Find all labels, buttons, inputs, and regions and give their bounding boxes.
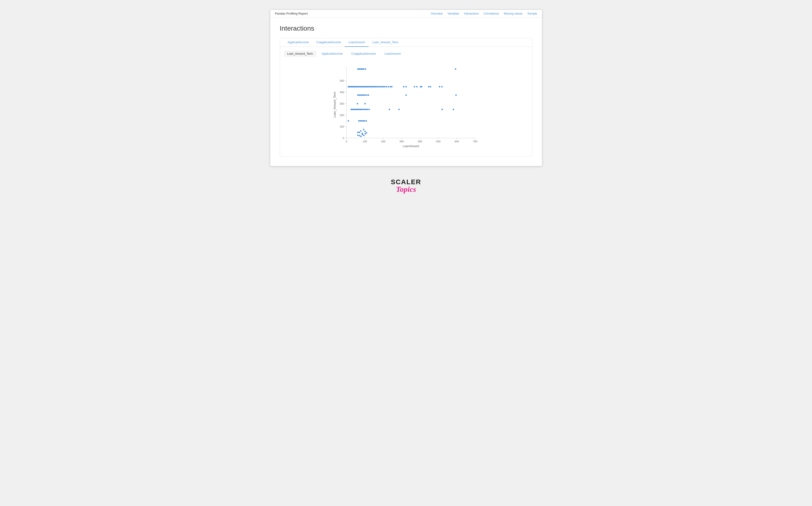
svg-point-89 [359,94,360,96]
svg-text:LoanAmount: LoanAmount [403,145,419,148]
svg-text:300: 300 [399,140,404,143]
svg-point-123 [363,120,364,121]
svg-point-60 [377,86,379,87]
svg-point-138 [365,133,366,135]
svg-point-88 [357,94,359,96]
logo-text: SCALER Topics [391,178,421,194]
svg-point-66 [386,86,387,87]
svg-point-113 [367,109,368,110]
svg-point-73 [416,86,418,87]
nav-link-interactions[interactable]: Interactions [464,12,479,15]
svg-point-130 [363,129,364,130]
svg-point-110 [363,109,364,110]
svg-point-72 [414,86,415,87]
svg-point-65 [384,86,386,87]
tab-loan-amount-term[interactable]: Loan_Amount_Term [369,38,402,47]
svg-point-77 [430,86,431,87]
svg-point-67 [388,86,389,87]
svg-text:600: 600 [454,140,459,143]
svg-text:Loan_Amount_Term: Loan_Amount_Term [333,92,336,117]
svg-point-109 [361,109,363,110]
svg-point-62 [380,86,381,87]
nav-link-correlations[interactable]: Correlations [484,12,499,15]
svg-point-97 [455,94,457,96]
svg-text:0: 0 [342,137,344,140]
svg-text:100: 100 [363,140,367,143]
sub-tab-row: Loan_Amount_Term ApplicantIncome Coappli… [284,51,528,57]
svg-point-122 [361,120,363,121]
svg-point-121 [360,120,361,121]
svg-point-114 [369,109,370,110]
svg-point-85 [363,68,365,70]
svg-text:500: 500 [436,140,440,143]
inner-card: Loan_Amount_Term ApplicantIncome Coappli… [280,47,532,156]
svg-point-95 [368,94,369,96]
nav-link-missing[interactable]: Missing values [504,12,523,15]
svg-text:0: 0 [345,140,347,143]
browser-window: Pandas Profiling Report Overview Variabl… [270,10,542,166]
svg-text:200: 200 [381,140,385,143]
svg-point-125 [366,120,367,121]
svg-point-63 [381,86,383,87]
main-card: ApplicantIncome CoapplicantIncome LoanAm… [280,38,532,157]
svg-point-135 [360,136,362,137]
svg-point-127 [359,132,360,133]
nav-links: Overview Variables Interactions Correlat… [431,12,537,15]
svg-point-137 [363,135,365,136]
page-title: Interactions [280,25,532,32]
sub-tab-loanamount[interactable]: LoanAmount [381,51,404,57]
svg-point-116 [398,109,400,110]
sub-tab-coapplicantincome[interactable]: CoapplicantIncome [348,51,379,57]
scatter-chart: 0 100 200 300 400 [332,62,480,152]
svg-point-93 [364,94,366,96]
svg-point-126 [357,132,359,133]
sub-tab-applicantincome[interactable]: ApplicantIncome [318,51,346,57]
svg-point-71 [405,86,407,87]
svg-point-120 [358,120,360,121]
nav-bar: Pandas Profiling Report Overview Variabl… [270,10,542,17]
nav-link-sample[interactable]: Sample [527,12,537,15]
tab-coapplicantincome[interactable]: CoapplicantIncome [313,38,345,47]
svg-point-79 [441,86,443,87]
svg-point-68 [390,86,391,87]
svg-point-96 [405,94,407,96]
nav-link-variables[interactable]: Variables [447,12,459,15]
svg-point-76 [428,86,429,87]
nav-link-overview[interactable]: Overview [431,12,443,15]
svg-point-129 [362,133,363,134]
tab-applicantincome[interactable]: ApplicantIncome [284,38,313,47]
svg-text:700: 700 [473,140,477,143]
svg-text:200: 200 [339,114,344,116]
svg-point-99 [364,103,366,104]
svg-point-98 [357,103,358,104]
svg-text:400: 400 [339,91,344,94]
svg-point-86 [365,68,366,70]
svg-point-136 [362,134,363,135]
svg-text:100: 100 [339,125,344,128]
svg-point-91 [362,94,363,96]
svg-point-59 [376,86,377,87]
svg-point-133 [357,135,359,136]
top-tab-row: ApplicantIncome CoapplicantIncome LoanAm… [280,38,532,47]
logo-topics: Topics [396,185,416,194]
svg-point-64 [383,86,384,87]
svg-point-134 [359,135,360,137]
svg-text:500: 500 [339,79,344,82]
svg-point-119 [347,120,349,121]
nav-title: Pandas Profiling Report [275,12,308,15]
svg-point-70 [403,86,404,87]
sub-tab-loan-amount-term[interactable]: Loan_Amount_Term [284,51,316,57]
svg-point-90 [360,94,362,96]
svg-point-75 [421,86,422,87]
tab-loanamount[interactable]: LoanAmount [345,38,369,47]
svg-point-124 [364,120,365,121]
content-area: Interactions ApplicantIncome Coapplicant… [270,17,542,166]
svg-point-115 [389,109,390,110]
svg-point-61 [379,86,380,87]
svg-point-69 [391,86,393,87]
svg-point-78 [439,86,440,87]
svg-point-132 [366,132,367,134]
svg-point-131 [364,131,366,132]
svg-point-112 [365,109,367,110]
svg-point-92 [363,94,364,96]
